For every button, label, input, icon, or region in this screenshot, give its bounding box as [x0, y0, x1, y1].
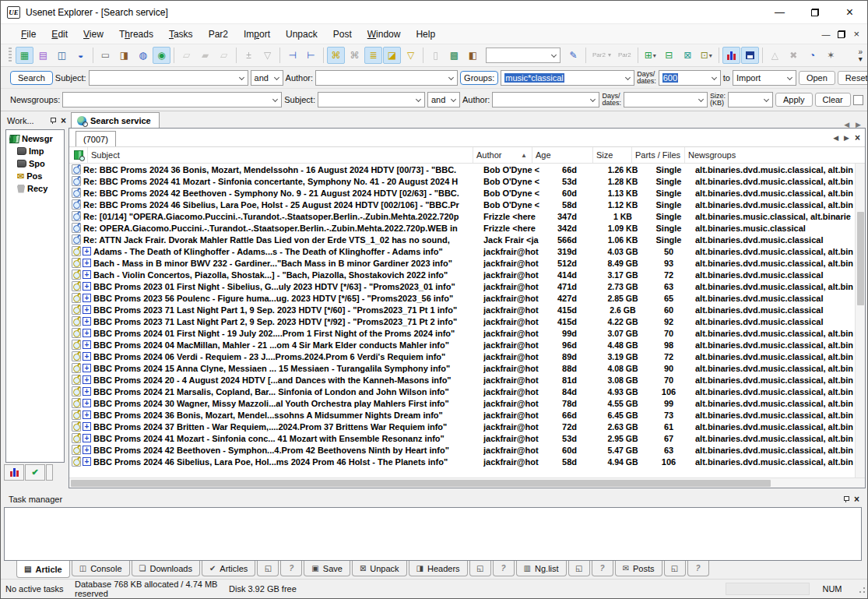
mdi-restore-button[interactable] [838, 30, 845, 38]
column-header-newsgroups[interactable]: Newsgroups [685, 147, 865, 163]
table-row[interactable]: +BBC Proms 2024 04 MacMillan, Mahler - 2… [69, 339, 865, 351]
help-button[interactable]: ? [592, 561, 613, 576]
column-header-subject[interactable]: Subject [88, 147, 473, 163]
expand-icon[interactable]: + [83, 434, 91, 442]
bottom-tab-console[interactable]: ◫Console [72, 561, 130, 576]
bottom-tab-downloads[interactable]: ❏Downloads [132, 561, 200, 576]
delete-folder-icon[interactable]: ▱ [215, 47, 233, 64]
sidebar-item-spo[interactable]: Spo [17, 157, 64, 170]
expand-icon[interactable]: + [83, 375, 91, 384]
expand-icon[interactable]: + [83, 270, 91, 279]
thread-tree-icon[interactable]: ≣ [364, 47, 382, 64]
table-row[interactable]: +Bach - Mass in B minor BWV 232 - Gardin… [69, 257, 865, 269]
table-row[interactable]: Re: BBC Proms 2024 36 Bonis, Mozart, Men… [69, 164, 865, 175]
cancel-task-icon[interactable]: ✖ [785, 47, 803, 64]
table-row[interactable]: Re: OPERA.Giacomo.Puccini.-.Turandot.-.S… [69, 222, 865, 234]
task-manager-close-button[interactable]: × [854, 494, 859, 505]
help-button[interactable]: ? [493, 561, 515, 576]
filter-add-icon[interactable]: ▽ [258, 47, 276, 64]
filter-option-checkbox[interactable] [853, 95, 863, 105]
subtab-scroll-right-icon[interactable]: ▶ [844, 134, 849, 142]
subject-combo[interactable] [89, 70, 248, 86]
column-header-parts-files[interactable]: Parts / Files [632, 147, 685, 163]
groups-button[interactable]: Groups: [460, 71, 498, 85]
tab-search-service[interactable]: Search service [71, 112, 160, 129]
table-row[interactable]: Re: BBC Proms 2024 42 Beethoven - Sympho… [69, 187, 865, 199]
sidebar-item-imp[interactable]: Imp [17, 145, 64, 157]
help-button[interactable]: ? [280, 561, 302, 576]
menu-view[interactable]: View [76, 26, 111, 43]
column-header-author[interactable]: Author▲ [473, 147, 532, 163]
sidebar-item-recy[interactable]: Recy [17, 182, 64, 195]
close-button[interactable]: × [832, 1, 867, 24]
apply-tab[interactable]: ✔ [25, 464, 45, 481]
table-row[interactable]: +BBC Proms 2024 41 Mozart - Sinfonia con… [69, 432, 865, 444]
bottom-tab-nglist[interactable]: ▥Ng.list [516, 561, 567, 576]
expand-icon[interactable]: + [83, 305, 91, 314]
expand-icon[interactable]: + [83, 317, 91, 326]
menu-edit[interactable]: Edit [44, 26, 76, 43]
mdi-close-button[interactable]: × [853, 28, 859, 40]
expand-icon[interactable]: + [83, 259, 91, 267]
result-count-tab[interactable]: (7007) [76, 131, 116, 146]
reset-button[interactable]: Reset [838, 71, 868, 85]
expand-thread-icon[interactable]: ± [240, 47, 258, 64]
table-row[interactable]: Re: BBC Proms 2024 46 Sibelius, Lara Poe… [69, 199, 865, 210]
groups-combo[interactable]: music*classical [501, 70, 634, 86]
task-manager-list[interactable] [4, 507, 862, 561]
post-icon[interactable]: ⊢ [302, 47, 320, 64]
import-nzb-icon[interactable]: ▩ [445, 47, 463, 64]
save-task-icon[interactable]: ⊟ [660, 47, 678, 64]
unpack-task-icon[interactable]: ⊠ [679, 47, 697, 64]
search-button[interactable]: Search [10, 71, 53, 85]
menu-unpack[interactable]: Unpack [278, 26, 325, 43]
bottom-tab-unpack[interactable]: ⊠Unpack [352, 561, 407, 576]
toolbar-overflow-more-icon[interactable]: ▾ [859, 55, 863, 62]
table-row[interactable]: +BBC Proms 2024 46 Sibelius, Lara Poe, H… [69, 456, 865, 467]
size-combo[interactable] [728, 92, 773, 107]
table-row[interactable]: +BBC Proms 2024 20 - 4 August 2024 HDTV … [69, 374, 865, 386]
menu-file[interactable]: File [13, 26, 44, 43]
table-row[interactable]: +BBC Proms 2023 71 Last Night Part 1, 9 … [69, 304, 865, 315]
move-folder-icon[interactable]: ▰ [196, 47, 214, 64]
table-row[interactable]: +BBC Proms 2024 01 First Night - 19 July… [69, 327, 865, 339]
table-row[interactable]: +BBC Proms 2024 30 Wagner, Missy Mazzoli… [69, 397, 865, 409]
expand-icon[interactable]: + [83, 247, 91, 255]
bottom-tab-article[interactable]: ▤Article [16, 561, 70, 578]
sidebar-item-newsgr[interactable]: Newsgr [9, 132, 64, 145]
vertical-scrollbar[interactable] [855, 164, 865, 477]
edit-filter-icon[interactable]: ✎ [564, 47, 582, 64]
float-window-button[interactable]: ◱ [568, 561, 590, 576]
expand-icon[interactable]: + [83, 352, 91, 361]
table-row[interactable]: +BBC Proms 2024 36 Bonis, Mozart, Mendel… [69, 409, 865, 421]
menu-import[interactable]: Import [236, 26, 278, 43]
mark-icon[interactable]: ⊣ [283, 47, 301, 64]
pin-icon[interactable] [843, 495, 850, 503]
find-articles-icon[interactable]: ◍ [134, 47, 152, 64]
table-row[interactable]: +BBC Proms 2023 01 First Night - Sibeliu… [69, 280, 865, 292]
bottom-tab-headers[interactable]: ◨Headers [409, 561, 468, 576]
reorder-icon[interactable]: △ [766, 47, 784, 64]
table-row[interactable]: +BBC Proms 2024 42 Beethoven - Symphon..… [69, 444, 865, 456]
expand-icon[interactable]: + [83, 410, 91, 419]
schedule-icon[interactable]: ◔ [803, 47, 821, 64]
mark-read-icon[interactable]: ◪ [383, 47, 401, 64]
search-newsgroups-icon[interactable]: ◨ [115, 47, 133, 64]
print-icon[interactable]: ▭ [97, 47, 114, 64]
column-header-age[interactable]: Age [532, 147, 593, 163]
help-button[interactable]: ? [687, 561, 709, 576]
mdi-minimize-button[interactable]: — [821, 30, 830, 39]
new-folder-icon[interactable]: ▱ [177, 47, 195, 64]
restore-button[interactable] [797, 1, 832, 24]
expand-icon[interactable]: + [83, 387, 91, 396]
decode-all-icon[interactable]: ⌘ [346, 47, 364, 64]
resize-grip[interactable] [855, 583, 867, 595]
expand-icon[interactable]: + [83, 422, 91, 431]
h-scroll-thumb[interactable] [71, 480, 771, 487]
expand-icon[interactable]: + [83, 446, 91, 454]
author-filter-combo[interactable] [492, 92, 599, 107]
menu-par2[interactable]: Par2 [201, 26, 236, 43]
open-button[interactable]: Open [799, 71, 835, 85]
preset-combo[interactable]: Import [733, 70, 796, 86]
statistics-tab[interactable] [4, 464, 24, 481]
